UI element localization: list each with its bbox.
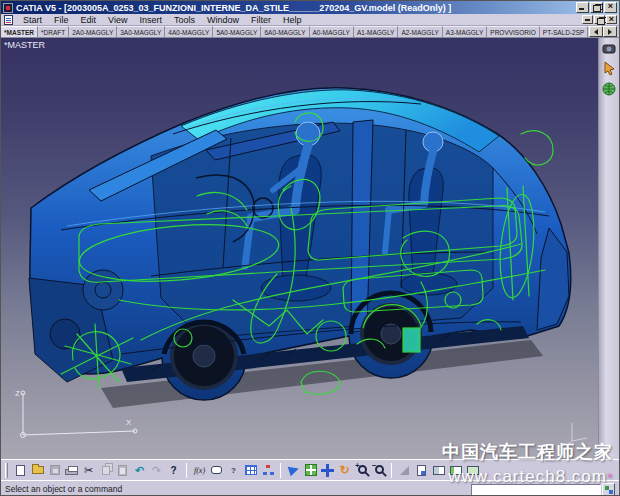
tab-provvisorio[interactable]: PROVVISORIO <box>487 26 540 37</box>
paste-icon <box>118 465 127 476</box>
tab-a2-maggly[interactable]: A2-MAGGLY <box>398 26 442 37</box>
open-button[interactable] <box>29 462 46 479</box>
fly-mode-icon <box>287 464 300 477</box>
window-title: CATIA V5 - [2003005A_0253_03_FUNZIONI_IN… <box>16 3 575 13</box>
right-toolbar <box>598 38 619 459</box>
menu-tools[interactable]: Tools <box>168 15 201 25</box>
pan-button[interactable] <box>319 462 336 479</box>
menu-filter[interactable]: Filter <box>245 15 277 25</box>
doc-minimize-button[interactable] <box>582 15 593 24</box>
new-document-button[interactable] <box>12 462 29 479</box>
open-folder-icon <box>32 466 44 474</box>
tab-4a0-maggly[interactable]: 4A0-MAGGLY <box>165 26 213 37</box>
status-message: Select an object or a command <box>5 484 122 494</box>
whats-this-button[interactable]: ? <box>165 462 182 479</box>
menu-insert[interactable]: Insert <box>133 15 168 25</box>
org-chart-button[interactable] <box>259 462 276 479</box>
close-button[interactable] <box>604 2 617 13</box>
named-views-icon <box>417 465 426 476</box>
chevron-right-icon <box>608 29 612 35</box>
knowledge-fx-button[interactable]: f(x) <box>191 462 208 479</box>
tab-scroll-left-button[interactable] <box>589 26 603 37</box>
redo-icon: ↷ <box>152 464 161 477</box>
fly-mode-button[interactable] <box>285 462 302 479</box>
sheet-label: *MASTER <box>4 40 45 50</box>
split-view-button[interactable] <box>447 462 464 479</box>
select-cursor-icon[interactable] <box>601 61 617 76</box>
restore-button[interactable] <box>590 2 603 13</box>
catia-app-icon <box>3 3 13 13</box>
tab-a0-maggly[interactable]: A0-MAGGLY <box>310 26 354 37</box>
chevron-left-icon <box>594 29 598 35</box>
tab-pt-sald-2sp[interactable]: PT-SALD-2SP <box>540 26 589 37</box>
menu-help[interactable]: Help <box>277 15 308 25</box>
power-input-field[interactable] <box>471 484 601 496</box>
normal-view-icon <box>400 466 409 475</box>
menu-file[interactable]: File <box>48 15 75 25</box>
menu-edit[interactable]: Edit <box>75 15 103 25</box>
title-bar: CATIA V5 - [2003005A_0253_03_FUNZIONI_IN… <box>1 1 619 14</box>
zoom-in-button[interactable]: + <box>353 462 370 479</box>
cut-button[interactable]: ✂ <box>80 462 97 479</box>
document-icon <box>4 15 13 25</box>
tab-draft[interactable]: *DRAFT <box>38 26 69 37</box>
normal-view-button[interactable] <box>396 462 413 479</box>
undo-icon: ↶ <box>135 464 144 477</box>
tab-3a0-maggly[interactable]: 3A0-MAGGLY <box>117 26 165 37</box>
sheet-tab-strip: *MASTER *DRAFT 2A0-MAGGLY 3A0-MAGGLY 4A0… <box>1 26 619 38</box>
standard-toolbar: ✂ ↶ ↷ ? f(x) ? ↻ + − <box>1 459 619 480</box>
zoom-out-button[interactable]: − <box>370 462 387 479</box>
copy-button[interactable] <box>97 462 114 479</box>
tab-5a0-maggly[interactable]: 5A0-MAGGLY <box>213 26 261 37</box>
fit-all-icon <box>305 464 317 476</box>
save-button[interactable] <box>46 462 63 479</box>
new-document-icon <box>16 465 25 476</box>
undo-button[interactable]: ↶ <box>131 462 148 479</box>
chat-bubble-icon <box>211 466 222 474</box>
org-chart-icon <box>262 465 274 475</box>
chat-button[interactable] <box>208 462 225 479</box>
fit-all-button[interactable] <box>302 462 319 479</box>
tab-6a0-maggly[interactable]: 6A0-MAGGLY <box>261 26 309 37</box>
tab-scroll-right-button[interactable] <box>603 26 617 37</box>
tab-a3-maggly[interactable]: A3-MAGGLY <box>443 26 487 37</box>
redo-button[interactable]: ↷ <box>148 462 165 479</box>
toolbar-separator <box>186 463 187 478</box>
power-input-icon[interactable] <box>602 483 615 496</box>
toolbar-grip[interactable] <box>5 463 8 478</box>
menu-window[interactable]: Window <box>201 15 245 25</box>
status-bar: Select an object or a command <box>1 480 619 496</box>
fx-icon: f(x) <box>194 466 205 475</box>
split-view-icon <box>450 466 462 475</box>
rotate-button[interactable]: ↻ <box>336 462 353 479</box>
tab-master[interactable]: *MASTER <box>1 26 38 37</box>
toolbar-separator <box>391 463 392 478</box>
whats-this-icon: ? <box>170 465 176 476</box>
3d-viewport[interactable]: *MASTER <box>1 38 598 459</box>
multi-window-button[interactable] <box>430 462 447 479</box>
named-views-button[interactable] <box>413 462 430 479</box>
print-icon <box>65 469 78 475</box>
render-camera-icon[interactable] <box>601 41 617 56</box>
menu-view[interactable]: View <box>102 15 133 25</box>
menu-bar: Start File Edit View Insert Tools Window… <box>1 14 619 26</box>
single-view-button[interactable] <box>464 462 481 479</box>
tab-2a0-maggly[interactable]: 2A0-MAGGLY <box>69 26 117 37</box>
table-button[interactable] <box>242 462 259 479</box>
cut-icon: ✂ <box>84 464 93 477</box>
help-button[interactable]: ? <box>225 462 242 479</box>
save-icon <box>50 465 60 475</box>
single-view-icon <box>467 466 479 475</box>
tab-a1-maggly[interactable]: A1-MAGGLY <box>354 26 398 37</box>
table-grid-icon <box>245 465 257 475</box>
paste-button[interactable] <box>114 462 131 479</box>
tabs-scroller: *MASTER *DRAFT 2A0-MAGGLY 3A0-MAGGLY 4A0… <box>1 26 589 37</box>
catalog-globe-icon[interactable] <box>601 81 617 96</box>
menu-start[interactable]: Start <box>17 15 48 25</box>
doc-close-button[interactable] <box>606 15 617 24</box>
rotate-icon: ↻ <box>339 463 349 477</box>
pan-icon <box>321 464 334 477</box>
doc-restore-button[interactable] <box>594 15 605 24</box>
print-button[interactable] <box>63 462 80 479</box>
minimize-button[interactable] <box>576 2 589 13</box>
